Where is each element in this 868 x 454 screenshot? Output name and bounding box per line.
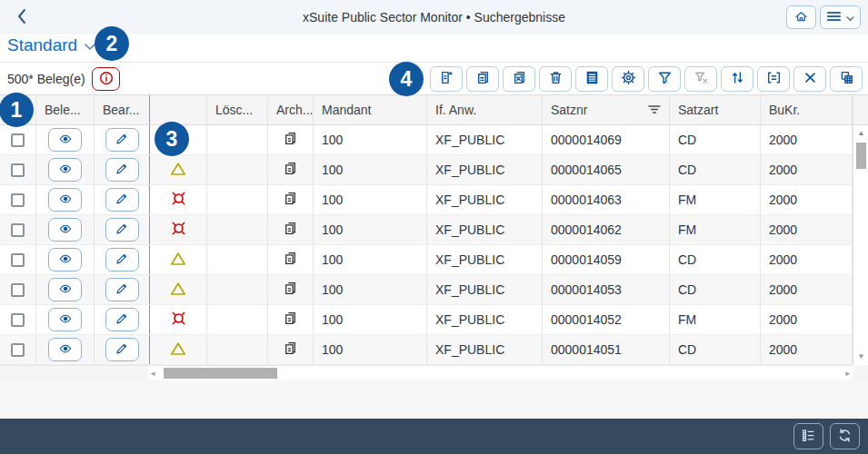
satznr-cell: 0000014063 — [543, 185, 670, 214]
toolbar-button-remove-document[interactable] — [503, 66, 535, 92]
select-cell — [0, 275, 36, 304]
view-document-button[interactable] — [48, 158, 82, 182]
row-checkbox[interactable] — [11, 193, 25, 207]
table-row[interactable]: 100XF_PUBLIC0000014062FM2000 — [0, 215, 853, 245]
loesch-cell — [207, 275, 268, 304]
vertical-scrollbar[interactable]: ▲ ▼ — [853, 95, 868, 365]
view-document-button[interactable] — [48, 308, 82, 331]
eye-icon — [57, 282, 74, 298]
col-header-bele[interactable]: Bele... — [36, 95, 95, 124]
row-checkbox[interactable] — [11, 283, 25, 297]
row-checkbox[interactable] — [11, 253, 25, 267]
delete-trash-icon — [548, 70, 564, 88]
toolbar-button-filter[interactable] — [648, 66, 681, 92]
toolbar-button-close[interactable] — [793, 66, 826, 92]
view-document-button[interactable] — [48, 188, 82, 212]
table-row[interactable]: 100XF_PUBLIC0000014059CD2000 — [0, 245, 853, 275]
table-toolbar: 500* Beleg(e) — [0, 62, 868, 95]
horizontal-scrollbar-thumb[interactable] — [164, 368, 277, 379]
row-checkbox[interactable] — [11, 343, 25, 357]
col-header-mandant[interactable]: Mandant — [314, 95, 427, 124]
settings-gear-icon — [621, 70, 636, 88]
status-warning-icon — [170, 162, 186, 179]
view-document-button[interactable] — [48, 218, 82, 242]
back-button[interactable] — [12, 7, 32, 27]
col-header-satznr-label: Satznr — [551, 103, 587, 117]
archive-cell — [268, 275, 314, 304]
menu-button[interactable] — [820, 5, 861, 29]
row-checkbox[interactable] — [11, 223, 25, 237]
edit-document-button[interactable] — [105, 308, 139, 331]
table-row[interactable]: 100XF_PUBLIC0000014069CD2000 — [0, 125, 853, 155]
row-checkbox[interactable] — [11, 313, 25, 327]
toolbar-button-calculator[interactable] — [575, 66, 608, 92]
table-row[interactable]: 100XF_PUBLIC0000014063FM2000 — [0, 185, 853, 215]
satznr-cell: 0000014053 — [543, 275, 670, 304]
status-warning-icon — [170, 252, 186, 269]
row-checkbox[interactable] — [11, 133, 25, 147]
table-row[interactable]: 100XF_PUBLIC0000014052FM2000 — [0, 305, 853, 335]
export-table-icon — [839, 70, 854, 88]
table-row[interactable]: 100XF_PUBLIC0000014053CD2000 — [0, 275, 853, 305]
footer-bar — [0, 419, 868, 454]
scroll-down-arrow[interactable]: ▼ — [853, 352, 868, 360]
mandant-cell: 100 — [314, 215, 427, 244]
refresh-icon — [837, 428, 853, 446]
row-checkbox[interactable] — [11, 163, 25, 177]
toolbar-button-export-table[interactable] — [830, 66, 863, 92]
toolbar-button-legend[interactable] — [757, 66, 790, 92]
pencil-icon — [115, 192, 129, 209]
col-header-loesc[interactable]: Lösc... — [207, 95, 268, 124]
edit-document-button[interactable] — [105, 218, 139, 242]
col-header-status[interactable] — [150, 95, 207, 124]
scroll-up-arrow[interactable]: ▲ — [853, 129, 868, 137]
toolbar-button-settings-gear[interactable] — [612, 66, 644, 92]
toolbar-button-delete-trash[interactable] — [539, 66, 572, 92]
vertical-scrollbar-thumb[interactable] — [856, 143, 866, 169]
legend-button[interactable] — [793, 423, 823, 449]
edit-cell — [95, 185, 150, 214]
scroll-right-arrow[interactable]: ▸ — [845, 369, 850, 378]
home-button[interactable] — [786, 5, 816, 29]
refresh-button[interactable] — [830, 423, 860, 449]
table-row[interactable]: 100XF_PUBLIC0000014051CD2000 — [0, 335, 853, 365]
horizontal-scrollbar[interactable]: ◂ ▸ — [148, 365, 853, 380]
col-header-satzart[interactable]: Satzart — [670, 95, 761, 124]
edit-document-button[interactable] — [105, 128, 139, 152]
scroll-left-arrow[interactable]: ◂ — [151, 369, 155, 378]
eye-icon — [57, 192, 74, 208]
edit-cell — [95, 245, 150, 274]
edit-document-button[interactable] — [105, 248, 139, 271]
toolbar-button-clear-filter[interactable] — [684, 66, 717, 92]
edit-document-button[interactable] — [105, 338, 139, 361]
table-row[interactable]: 100XF_PUBLIC0000014065CD2000 — [0, 155, 853, 185]
col-header-arch[interactable]: Arch... — [268, 95, 314, 124]
view-document-button[interactable] — [48, 248, 82, 271]
archived-document-icon — [283, 161, 298, 179]
anwendung-cell: XF_PUBLIC — [427, 185, 543, 214]
col-header-bukr[interactable]: BuKr. — [761, 95, 853, 124]
archive-cell — [268, 125, 314, 154]
info-button[interactable] — [92, 67, 120, 91]
select-cell — [0, 215, 36, 244]
edit-document-button[interactable] — [105, 188, 139, 212]
edit-document-button[interactable] — [105, 278, 139, 301]
col-header-anw[interactable]: If. Anw. — [427, 95, 543, 124]
satzart-cell: CD — [670, 125, 761, 154]
bukr-cell: 2000 — [761, 155, 853, 184]
status-cell — [150, 335, 207, 364]
col-header-satznr[interactable]: Satznr — [543, 95, 670, 124]
view-cell — [36, 305, 95, 334]
col-header-bear[interactable]: Bear... — [95, 95, 150, 124]
view-document-button[interactable] — [48, 278, 82, 301]
mandant-cell: 100 — [314, 155, 427, 184]
toolbar-button-add-document[interactable] — [430, 66, 463, 92]
status-cell — [150, 275, 207, 304]
variant-selector[interactable]: Standard — [7, 35, 95, 55]
edit-document-button[interactable] — [105, 158, 139, 182]
view-document-button[interactable] — [48, 128, 82, 152]
view-document-button[interactable] — [48, 338, 82, 361]
loesch-cell — [207, 215, 268, 244]
toolbar-button-sort[interactable] — [721, 66, 753, 92]
toolbar-button-copy-documents[interactable] — [466, 66, 499, 92]
